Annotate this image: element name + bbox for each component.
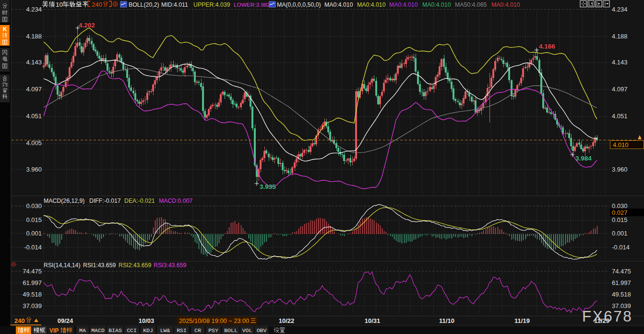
- svg-text:3.935: 3.935: [260, 183, 276, 190]
- svg-text:0.015: 0.015: [612, 216, 628, 223]
- svg-text:10/22: 10/22: [279, 317, 295, 324]
- svg-text:61.997: 61.997: [23, 279, 42, 286]
- svg-text:VOL: VOL: [242, 327, 252, 334]
- svg-text:0.001: 0.001: [26, 230, 42, 237]
- svg-text:4.097: 4.097: [612, 86, 628, 93]
- svg-text:RSI: RSI: [177, 327, 187, 334]
- svg-text:KDJ: KDJ: [143, 327, 153, 334]
- svg-text:RSI(14,14,14): RSI(14,14,14): [44, 262, 81, 269]
- svg-text:4.051: 4.051: [612, 112, 628, 120]
- svg-text:4.010: 4.010: [613, 141, 629, 148]
- svg-text:MA: MA: [79, 327, 86, 334]
- svg-text:LW&: LW&: [160, 327, 170, 334]
- svg-text:0.027: 0.027: [612, 209, 628, 216]
- svg-text:4.234: 4.234: [612, 6, 628, 13]
- svg-text:3.984: 3.984: [575, 155, 592, 162]
- svg-text:4.234: 4.234: [26, 6, 42, 13]
- svg-text:RSI1:43.659: RSI1:43.659: [83, 262, 116, 269]
- svg-text:MA0:4.010: MA0:4.010: [324, 1, 353, 8]
- svg-text:CCI: CCI: [127, 327, 137, 334]
- svg-text:-0.014: -0.014: [612, 244, 630, 251]
- svg-text:OBV: OBV: [257, 327, 267, 334]
- svg-text:MACD: MACD: [91, 327, 105, 334]
- svg-text:RSI2:43.659: RSI2:43.659: [119, 262, 152, 269]
- svg-text:0.030: 0.030: [26, 202, 42, 210]
- svg-text:DEA:-0.021: DEA:-0.021: [124, 198, 155, 204]
- svg-text:MA0:4.010: MA0:4.010: [491, 1, 520, 8]
- svg-text:10/03: 10/03: [139, 317, 155, 324]
- svg-text:37.039: 37.039: [23, 302, 42, 309]
- svg-text:240: 240: [92, 1, 102, 8]
- svg-text:MA0:4.010: MA0:4.010: [357, 1, 386, 8]
- svg-text:0.015: 0.015: [26, 216, 42, 223]
- svg-text:4.166: 4.166: [539, 43, 555, 50]
- svg-text:10/31: 10/31: [365, 317, 381, 324]
- svg-text:4.143: 4.143: [26, 59, 42, 66]
- svg-text:4.143: 4.143: [612, 59, 628, 66]
- svg-text:11/10: 11/10: [439, 317, 454, 324]
- svg-text:4.202: 4.202: [79, 22, 95, 29]
- svg-text:61.997: 61.997: [612, 279, 631, 286]
- svg-text:LOWER:3.982: LOWER:3.982: [234, 1, 270, 8]
- svg-text:FX678: FX678: [582, 308, 632, 325]
- svg-text:K: K: [3, 26, 7, 33]
- svg-text:09/24: 09/24: [58, 317, 73, 324]
- svg-text:4.051: 4.051: [26, 112, 42, 120]
- svg-text:74.475: 74.475: [612, 268, 631, 275]
- svg-text:4.188: 4.188: [26, 33, 42, 40]
- svg-text:MACD:0.007: MACD:0.007: [159, 198, 193, 204]
- svg-text:BOLL: BOLL: [224, 327, 238, 334]
- svg-text:74.475: 74.475: [23, 268, 42, 275]
- svg-text:MID:4.011: MID:4.011: [161, 1, 188, 8]
- svg-text:CR: CR: [194, 327, 201, 334]
- svg-text:BOLL(20,2): BOLL(20,2): [129, 1, 159, 8]
- svg-text:49.518: 49.518: [612, 291, 631, 298]
- svg-text:UPPER:4.039: UPPER:4.039: [193, 1, 230, 8]
- svg-text:3.960: 3.960: [612, 166, 628, 173]
- svg-text:4.005: 4.005: [26, 139, 42, 147]
- svg-text:MA0:4.010: MA0:4.010: [422, 1, 451, 8]
- svg-text:RSI3:43.659: RSI3:43.659: [154, 262, 187, 269]
- svg-text:-0.014: -0.014: [24, 244, 42, 251]
- svg-text:MA0:4.010: MA0:4.010: [389, 1, 418, 8]
- svg-text:10: 10: [56, 1, 63, 8]
- svg-text:MACD(26,12,9): MACD(26,12,9): [44, 198, 84, 204]
- svg-text:0.001: 0.001: [612, 230, 628, 237]
- svg-text:4.188: 4.188: [612, 33, 628, 40]
- svg-text:11/19: 11/19: [514, 317, 530, 324]
- svg-text:49.518: 49.518: [23, 291, 42, 298]
- svg-text:PSY: PSY: [208, 327, 218, 334]
- svg-text:2025/10/08 19:00 ~ 23:00: 2025/10/08 19:00 ~ 23:00: [179, 317, 249, 324]
- svg-text:4.097: 4.097: [26, 86, 42, 93]
- svg-text:MA50:4.065: MA50:4.065: [455, 1, 487, 8]
- svg-text:240: 240: [14, 317, 25, 324]
- svg-text:BIAS: BIAS: [108, 327, 122, 334]
- svg-text:DIFF:-0.017: DIFF:-0.017: [89, 198, 121, 204]
- svg-text:VIP: VIP: [49, 327, 59, 334]
- svg-text:MA(0,0,0,0,50,0): MA(0,0,0,0,50,0): [277, 1, 321, 8]
- svg-text:3.960: 3.960: [26, 166, 42, 173]
